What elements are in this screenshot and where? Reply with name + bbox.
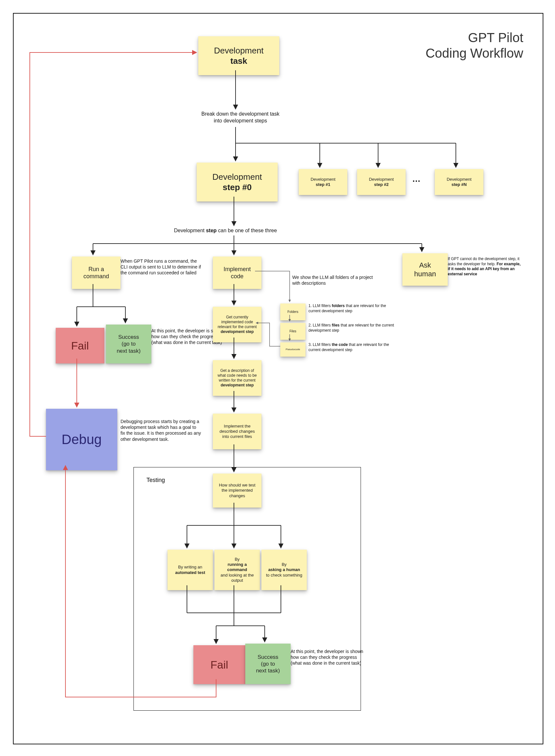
node-success-2: Success (go to next task) [245, 643, 291, 684]
node-fail-2: Fail [194, 645, 245, 684]
node-step-0: Development step #0 [197, 163, 278, 202]
caption-ask-human: If GPT cannot do the development step, i… [448, 257, 522, 277]
node-run-command: Run a command [72, 257, 121, 289]
node-how-test: How should we test the implemented chang… [213, 474, 261, 507]
node-implement-code: Implement code [213, 257, 261, 289]
caption-filter-1: 1. LLM filters folders that are relevant… [308, 304, 399, 314]
caption-folders-desc: We show the LLM all folders of a project… [292, 274, 373, 286]
node-get-code: Get currently implemented code relevant … [213, 307, 261, 342]
caption-run-command: When GPT Pilot runs a command, the CLI o… [121, 258, 202, 276]
node-pseudocode: Pseudocode [280, 342, 305, 357]
node-get-description: Get a description of what code needs to … [213, 360, 261, 396]
node-debug: Debug [46, 409, 117, 470]
node-implement-changes: Implement the described changes into cur… [213, 414, 261, 449]
caption-step-kinds: Development step can be one of these thr… [174, 227, 277, 234]
node-ask-human: Ask human [402, 253, 448, 286]
node-test-command: By running a command and looking at the … [214, 550, 260, 590]
caption-filter-2: 2. LLM filters files that are relevant f… [308, 323, 399, 333]
node-success-1: Success (go to next task) [106, 324, 151, 363]
caption-debug: Debugging process starts by creating a d… [121, 418, 202, 442]
caption-filter-3: 3. LLM filters the code that are relevan… [308, 342, 399, 352]
diagram-canvas: GPT Pilot Coding Workflow Development ta… [13, 13, 543, 744]
caption-success-2: At this point, the developer is shown ho… [291, 649, 369, 666]
node-fail-1: Fail [56, 328, 104, 363]
ellipsis: … [412, 174, 421, 184]
node-files: Files [280, 323, 305, 340]
node-dev-task: Development task [198, 36, 279, 75]
node-step-2: Development step #2 [357, 169, 405, 195]
node-step-1: Development step #1 [299, 169, 347, 195]
node-test-automated: By writing an automated test [168, 550, 213, 590]
node-step-n: Development step #N [435, 169, 483, 195]
node-test-human: By asking a human to check something [261, 550, 307, 590]
node-folders: Folders [280, 304, 305, 320]
diagram-title: GPT Pilot Coding Workflow [425, 30, 523, 61]
caption-breakdown: Break down the development task into dev… [185, 111, 296, 124]
testing-label: Testing [146, 477, 165, 484]
